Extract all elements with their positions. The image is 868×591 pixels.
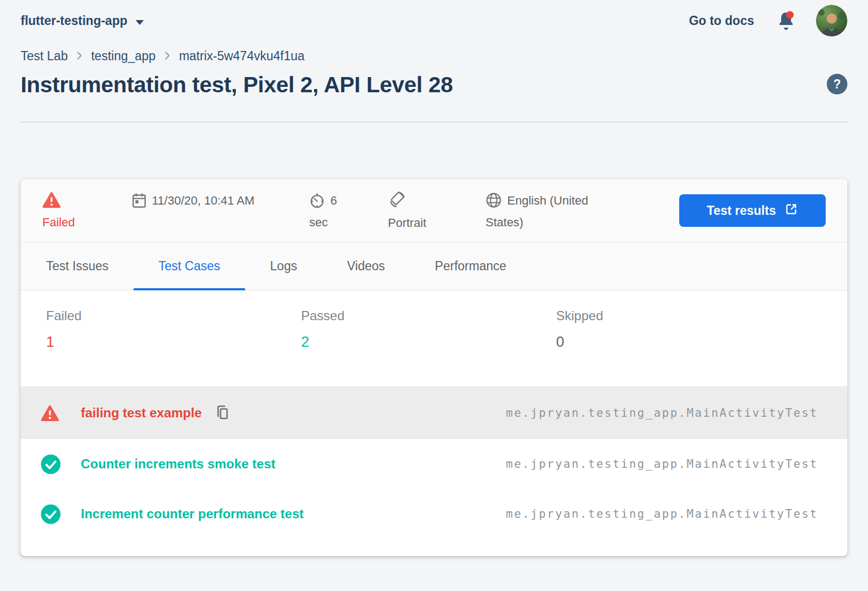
test-case-list: failing test example me.jpryan.testing_a…	[21, 386, 847, 539]
project-name: flutter-testing-app	[21, 14, 127, 28]
result-tabs: Test Issues Test Cases Logs Videos Perfo…	[21, 243, 847, 290]
tab-videos[interactable]: Videos	[322, 243, 410, 290]
stat-skipped: Skipped 0	[556, 308, 811, 386]
status-label: Failed	[42, 215, 75, 229]
start-time-metric: 11/30/20, 10:41 AM	[132, 179, 257, 242]
test-results-button-label: Test results	[707, 204, 776, 218]
go-to-docs-link[interactable]: Go to docs	[689, 14, 754, 28]
test-result-card: Failed 11/30/20, 10:41 AM 6 sec	[21, 179, 847, 556]
globe-icon	[486, 194, 507, 207]
test-case-stats: Failed 1 Passed 2 Skipped 0	[21, 290, 847, 386]
page-title: Instrumentation test, Pixel 2, API Level…	[21, 72, 453, 98]
locale-metric: English (United States)	[486, 179, 627, 242]
stat-failed-value: 1	[46, 334, 301, 350]
start-time-value: 11/30/20, 10:41 AM	[152, 194, 254, 207]
test-case-class: me.jpryan.testing_app.MainActivityTest	[506, 406, 818, 420]
stat-passed-label: Passed	[301, 308, 556, 324]
chevron-right-icon	[76, 49, 82, 63]
top-app-bar: flutter-testing-app Go to docs	[0, 0, 868, 34]
project-selector[interactable]: flutter-testing-app	[21, 14, 144, 28]
notifications-bell-icon[interactable]	[776, 11, 794, 30]
tab-logs[interactable]: Logs	[245, 243, 322, 290]
test-case-class: me.jpryan.testing_app.MainActivityTest	[506, 457, 818, 471]
tab-performance[interactable]: Performance	[410, 243, 532, 290]
help-icon[interactable]: ?	[827, 74, 847, 97]
warning-triangle-icon	[42, 194, 66, 207]
stat-passed-value: 2	[301, 334, 556, 350]
calendar-icon	[132, 194, 152, 207]
warning-triangle-icon	[41, 405, 61, 422]
test-case-row[interactable]: Increment counter performance test me.jp…	[21, 489, 847, 539]
stat-skipped-label: Skipped	[556, 308, 811, 324]
tab-test-cases[interactable]: Test Cases	[133, 243, 245, 290]
breadcrumb-matrix[interactable]: matrix-5w474vku4f1ua	[179, 49, 304, 63]
test-results-button[interactable]: Test results	[679, 194, 826, 227]
breadcrumb: Test Lab testing_app matrix-5w474vku4f1u…	[0, 34, 868, 63]
stat-failed: Failed 1	[46, 308, 301, 386]
test-summary-bar: Failed 11/30/20, 10:41 AM 6 sec	[21, 179, 847, 243]
stat-failed-label: Failed	[46, 308, 301, 324]
avatar[interactable]	[816, 5, 847, 36]
status-metric: Failed	[42, 179, 89, 242]
open-in-new-icon	[784, 202, 798, 219]
timer-icon	[309, 194, 330, 207]
breadcrumb-testing-app[interactable]: testing_app	[91, 49, 156, 63]
check-circle-icon	[41, 504, 61, 524]
orientation-value: Portrait	[388, 216, 426, 230]
title-divider	[21, 122, 847, 123]
tab-test-issues[interactable]: Test Issues	[21, 243, 133, 290]
test-case-name[interactable]: Increment counter performance test	[81, 506, 304, 522]
test-case-name[interactable]: Counter increments smoke test	[81, 456, 276, 472]
test-case-name[interactable]: failing test example	[81, 405, 202, 421]
svg-text:?: ?	[833, 77, 841, 91]
check-circle-icon	[41, 454, 61, 474]
stat-skipped-value: 0	[556, 334, 811, 350]
test-case-class: me.jpryan.testing_app.MainActivityTest	[506, 507, 818, 520]
stat-passed: Passed 2	[301, 308, 556, 386]
copy-icon[interactable]	[215, 404, 230, 422]
orientation-metric: Portrait	[388, 179, 442, 242]
breadcrumb-test-lab[interactable]: Test Lab	[21, 49, 68, 63]
test-case-row[interactable]: failing test example me.jpryan.testing_a…	[21, 387, 847, 439]
chevron-down-icon	[136, 14, 144, 28]
duration-metric: 6 sec	[309, 179, 352, 242]
screen-rotation-icon	[388, 194, 412, 208]
chevron-right-icon	[164, 49, 170, 63]
test-case-row[interactable]: Counter increments smoke test me.jpryan.…	[21, 439, 847, 489]
